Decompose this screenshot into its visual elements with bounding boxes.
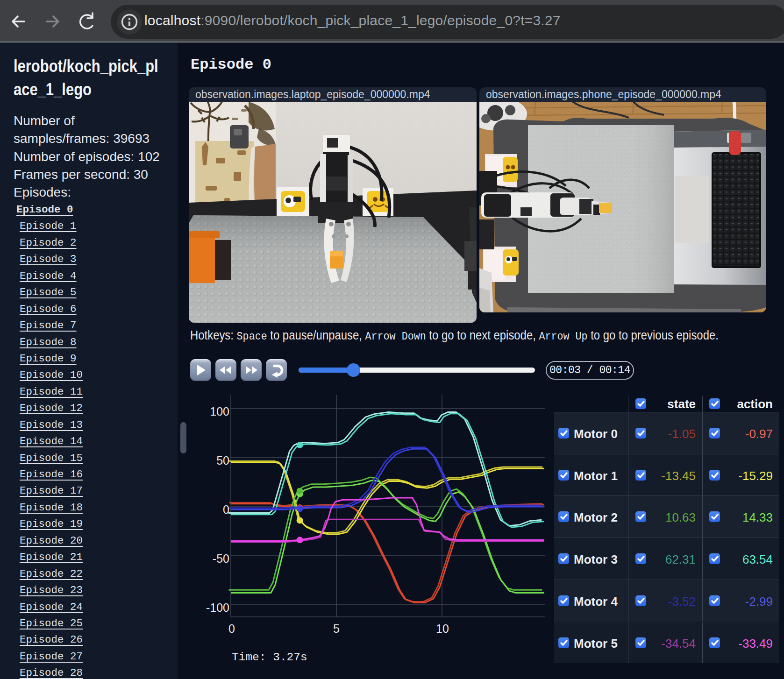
svg-text:0: 0 bbox=[228, 622, 235, 635]
svg-text:100: 100 bbox=[210, 405, 229, 418]
svg-text:Time: 3.27s: Time: 3.27s bbox=[232, 651, 307, 664]
svg-text:5: 5 bbox=[333, 622, 340, 635]
svg-text:50: 50 bbox=[216, 454, 229, 467]
svg-text:-100: -100 bbox=[206, 601, 229, 614]
svg-text:0: 0 bbox=[223, 503, 229, 516]
svg-text:-50: -50 bbox=[213, 552, 229, 565]
svg-text:10: 10 bbox=[436, 622, 449, 635]
